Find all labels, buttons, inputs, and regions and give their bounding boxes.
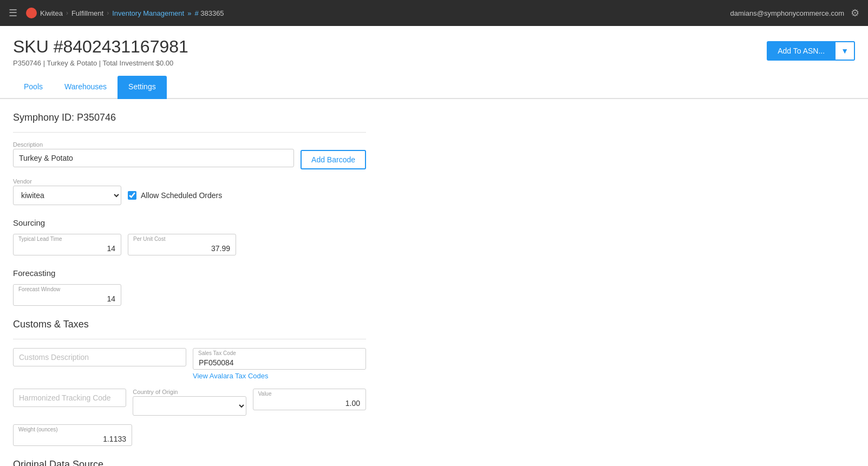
top-navigation: ☰ Kiwitea › Fulfillment › Inventory Mana… xyxy=(0,0,868,26)
double-arrow-icon: » xyxy=(187,9,191,17)
country-of-origin-label: Country of Origin xyxy=(133,389,246,395)
weight-input[interactable] xyxy=(13,424,132,446)
allow-scheduled-orders-checkbox[interactable] xyxy=(128,191,136,200)
vendor-group: Vendor kiwitea other xyxy=(13,178,121,205)
customs-taxes-section: Customs & Taxes Sales Tax Code View Aval… xyxy=(13,319,366,446)
tabs-bar: Pools Warehouses Settings xyxy=(0,76,868,99)
sales-tax-field: Sales Tax Code xyxy=(193,348,366,370)
allow-scheduled-orders-group: Allow Scheduled Orders xyxy=(128,178,222,200)
nav-right: damians@symphonycommerce.com ⚙ xyxy=(730,7,859,19)
page-subtitle: P350746 | Turkey & Potato | Total Invest… xyxy=(13,59,188,67)
breadcrumb: Kiwitea › Fulfillment › Inventory Manage… xyxy=(26,8,224,18)
tab-warehouses[interactable]: Warehouses xyxy=(54,76,118,99)
settings-content: Symphony ID: P350746 Description Add Bar… xyxy=(0,99,379,466)
harmonized-tracking-input[interactable] xyxy=(13,389,126,407)
customs-description-row: Sales Tax Code View Avalara Tax Codes xyxy=(13,348,366,380)
page-header: SKU #8402431167981 P350746 | Turkey & Po… xyxy=(0,26,868,67)
description-label: Description xyxy=(13,141,294,148)
section-divider-1 xyxy=(13,132,366,133)
per-unit-cost-group: Per Unit Cost xyxy=(128,234,236,255)
original-data-source-section: Original Data Source xyxy=(13,459,366,466)
add-barcode-button[interactable]: Add Barcode xyxy=(301,150,366,169)
customs-taxes-title: Customs & Taxes xyxy=(13,319,366,330)
sales-tax-code-group: Sales Tax Code View Avalara Tax Codes xyxy=(193,348,366,380)
typical-lead-time-input[interactable] xyxy=(13,234,121,255)
customs-description-group xyxy=(13,348,186,366)
header-actions: Add To ASN... ▼ xyxy=(767,41,855,61)
forecasting-row: Forecast Window xyxy=(13,284,366,306)
weight-row: Weight (ounces) xyxy=(13,424,366,446)
customs-description-input[interactable] xyxy=(13,348,186,366)
value-field: Value xyxy=(253,389,366,410)
separator-1: › xyxy=(66,9,68,17)
crumb-inventory[interactable]: Inventory Management xyxy=(112,9,184,17)
forecasting-section: Forecasting Forecast Window xyxy=(13,268,366,306)
typical-lead-time-group: Typical Lead Time xyxy=(13,234,121,255)
brand-icon xyxy=(26,8,37,18)
forecast-window-input[interactable] xyxy=(13,284,121,306)
view-avalara-link[interactable]: View Avalara Tax Codes xyxy=(193,372,366,380)
section-divider-2 xyxy=(13,339,366,339)
symphony-id-title: Symphony ID: P350746 xyxy=(13,112,366,123)
forecast-window-group: Forecast Window xyxy=(13,284,121,306)
allow-scheduled-orders-label[interactable]: Allow Scheduled Orders xyxy=(141,191,222,200)
value-group: Value xyxy=(253,389,366,410)
vendor-select[interactable]: kiwitea other xyxy=(13,186,121,205)
vendor-row: Vendor kiwitea other Allow Scheduled Ord… xyxy=(13,178,366,205)
value-input[interactable] xyxy=(253,389,366,410)
header-left: SKU #8402431167981 P350746 | Turkey & Po… xyxy=(13,37,188,67)
add-to-asn-button[interactable]: Add To ASN... xyxy=(767,41,836,61)
description-input[interactable] xyxy=(13,149,294,167)
sourcing-section: Sourcing Typical Lead Time Per Unit Cost xyxy=(13,218,366,255)
vendor-label: Vendor xyxy=(13,178,121,185)
gear-icon[interactable]: ⚙ xyxy=(851,7,859,19)
hamburger-icon[interactable]: ☰ xyxy=(9,7,17,19)
sales-tax-code-input[interactable] xyxy=(193,348,366,370)
description-row: Description Add Barcode xyxy=(13,141,366,169)
weight-group: Weight (ounces) xyxy=(13,424,132,446)
description-group: Description xyxy=(13,141,294,167)
page-title: SKU #8402431167981 xyxy=(13,37,188,57)
country-of-origin-group: Country of Origin xyxy=(133,389,246,416)
brand-name: Kiwitea xyxy=(40,9,63,17)
sourcing-row: Typical Lead Time Per Unit Cost xyxy=(13,234,366,255)
crumb-fulfillment[interactable]: Fulfillment xyxy=(71,9,103,17)
tab-pools[interactable]: Pools xyxy=(13,76,54,99)
user-email: damians@symphonycommerce.com xyxy=(730,9,844,17)
add-to-asn-dropdown-button[interactable]: ▼ xyxy=(836,41,855,61)
country-of-origin-select[interactable] xyxy=(133,396,246,416)
forecasting-title: Forecasting xyxy=(13,268,366,278)
crumb-sku[interactable]: # 383365 xyxy=(194,9,224,17)
sourcing-title: Sourcing xyxy=(13,218,366,227)
symphony-id-section: Symphony ID: P350746 Description Add Bar… xyxy=(13,112,366,205)
per-unit-cost-input[interactable] xyxy=(128,234,236,255)
original-data-source-title: Original Data Source xyxy=(13,459,366,466)
separator-2: › xyxy=(107,9,109,17)
tab-settings[interactable]: Settings xyxy=(118,76,167,99)
harmonized-tracking-group xyxy=(13,389,126,407)
harmonized-row: Country of Origin Value xyxy=(13,389,366,416)
